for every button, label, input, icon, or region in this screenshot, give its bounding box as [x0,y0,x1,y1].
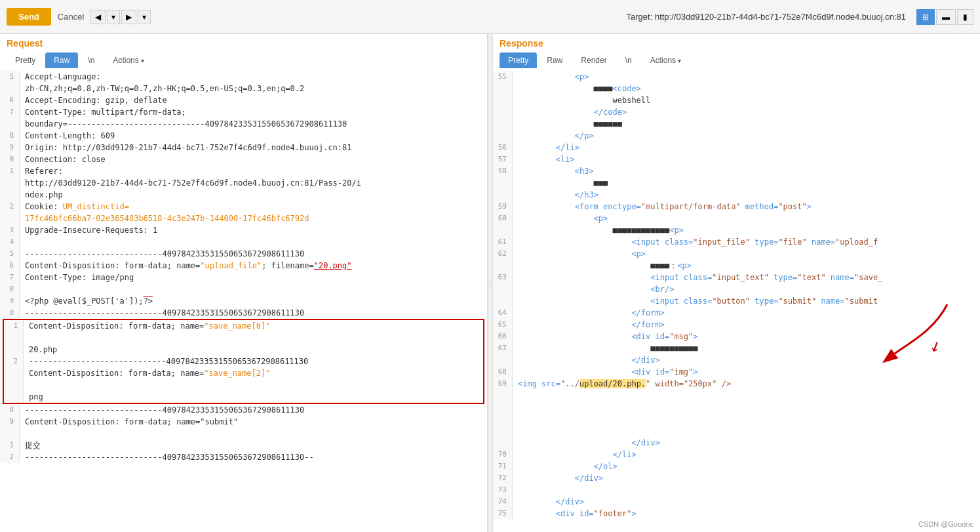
code-line: 69 <img src="../upload/20.php." width="2… [493,378,980,425]
view-icons: ⊞ ▬ ▮ [916,9,973,25]
line-number: 56 [493,142,513,153]
line-number [4,332,24,344]
line-number: 61 [493,236,513,248]
code-line: <input class="button" type="submit" name… [493,295,980,307]
line-number: 68 [493,366,513,378]
line-number [493,354,513,366]
line-number: 1 [0,440,20,451]
response-tab-actions[interactable]: Actions ▾ [642,52,690,68]
line-content: Content-Type: multipart/form-data; [20,106,487,118]
line-content: <input class="button" type="submit" name… [513,295,980,307]
line-content: <br/> [513,283,980,295]
code-line: 9 Origin: http://03dd9120-21b7-44d4-bc71… [0,142,487,153]
code-line: 64 </form> [493,307,980,319]
line-number: 4 [0,236,20,248]
line-content: png [24,391,483,403]
line-number: 66 [493,331,513,342]
line-number: 9 [0,416,20,428]
request-code-view: 5 Accept-Language: zh-CN,zh;q=0.8,zh-TW;… [0,71,487,463]
line-number: 8 [0,130,20,142]
line-number: 62 [493,248,513,260]
response-tab-raw[interactable]: Raw [538,52,571,68]
view-h-button[interactable]: ▬ [936,9,956,25]
request-tab-raw[interactable]: Raw [45,52,78,68]
line-content: ■■■■：<p> [513,260,980,272]
cancel-button[interactable]: Cancel [58,12,84,22]
line-number [493,295,513,307]
line-content: -----------------------------40978423353… [24,356,483,367]
request-tab-actions[interactable]: Actions ▾ [104,52,152,68]
line-number: 57 [493,153,513,165]
nav-back-dropdown-button[interactable]: ▾ [107,10,120,24]
line-content: </div> [513,437,980,449]
line-number [0,177,20,189]
line-number [493,283,513,295]
line-number: 1 [0,165,20,177]
line-number: 1 [4,320,24,332]
line-number: 59 [493,201,513,213]
line-content: </li> [513,449,980,460]
response-tab-bar: Pretty Raw Render \n Actions ▾ [500,52,973,68]
code-line: 8 Content-Length: 609 [0,130,487,142]
line-number: 65 [493,319,513,331]
line-number: 2 [0,451,20,463]
line-content: </p> [513,130,980,142]
send-button[interactable]: Send [7,8,51,26]
line-content: ■■■■<code> [513,83,980,94]
line-content: </h3> [513,189,980,201]
line-content: -----------------------------40978423353… [20,451,487,463]
nav-back-button[interactable]: ◀ [90,10,106,24]
code-line: 2 -----------------------------409784233… [0,451,487,463]
panel-divider[interactable]: ⋮ [488,34,493,532]
request-highlight-box: 1 Content-Disposition: form-data; name="… [3,319,484,404]
line-content: </form> [513,319,980,331]
line-number [493,177,513,189]
code-line: 63 <input class="input_text" type="text"… [493,272,980,283]
view-split-button[interactable]: ⊞ [916,9,935,25]
code-line: 3 Upgrade-Insecure-Requests: 1 [0,224,487,236]
line-content: ■■■■■■ [513,118,980,130]
line-content: Cookie: UM_distinctid= [20,201,487,213]
line-number [4,379,24,391]
line-number [493,189,513,201]
line-content: Content-Length: 609 [20,130,487,142]
code-line: 8 -----------------------------409784233… [0,404,487,416]
line-number: 60 [493,213,513,224]
line-content: 17fc46bfc66ba7-02e365483b6518-4c3e247b-1… [20,213,487,224]
response-tab-newline[interactable]: \n [617,52,640,68]
line-content: <div id="img"> [513,366,980,378]
code-line: 61 <input class="input_file" type="file"… [493,236,980,248]
request-tab-pretty[interactable]: Pretty [7,52,44,68]
line-content: boundary=-----------------------------40… [20,118,487,130]
code-line: 17fc46bfc66ba7-02e365483b6518-4c3e247b-1… [0,213,487,224]
line-number: 0 [0,307,20,319]
request-tab-newline[interactable]: \n [79,52,103,68]
line-content: <p> [513,71,980,83]
line-content: -----------------------------40978423353… [20,307,487,319]
response-tab-render[interactable]: Render [572,52,615,68]
request-content[interactable]: 5 Accept-Language: zh-CN,zh;q=0.8,zh-TW;… [0,68,487,532]
code-line: 60 <p> [493,213,980,224]
line-number: 8 [0,283,20,295]
code-line: png [4,391,483,403]
response-tab-pretty[interactable]: Pretty [500,52,537,68]
code-line: ■■■■<code> [493,83,980,94]
line-content: <p> [513,248,980,260]
line-content: </ol> [513,460,980,472]
line-number: 2 [0,201,20,213]
nav-fwd-button[interactable]: ▶ [121,10,136,24]
code-line: 73 [493,484,980,496]
line-content [20,428,487,440]
line-content: 提交 [20,440,487,451]
view-v-button[interactable]: ▮ [957,9,973,25]
line-content: Accept-Encoding: gzip, deflate [20,94,487,106]
line-number [493,437,513,449]
code-line: 7 Content-Type: image/png [0,272,487,283]
line-number [493,94,513,106]
response-content[interactable]: 55 <p> ■■■■<code> webshell [493,68,980,532]
code-line: </h3> [493,189,980,201]
line-number: 6 [0,260,20,272]
nav-fwd-dropdown-button[interactable]: ▾ [138,10,151,24]
line-number [493,83,513,94]
line-content: Origin: http://03dd9120-21b7-44d4-bc71-7… [20,142,487,153]
